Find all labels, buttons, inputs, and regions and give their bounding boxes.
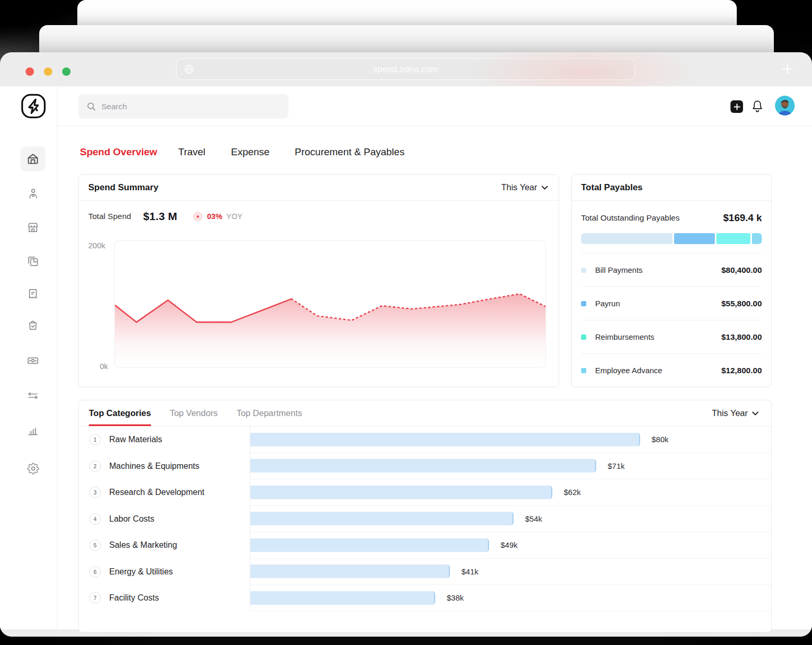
browser-chrome: spend.zoho.com (0, 52, 812, 86)
spend-period-dropdown[interactable]: This Year (501, 182, 548, 192)
bell-icon (751, 99, 764, 113)
bag-check-icon (26, 318, 40, 332)
sidebar-item-home[interactable] (20, 146, 45, 171)
notifications-button[interactable] (751, 99, 764, 116)
money-icon (26, 354, 40, 367)
payables-bar-segment[interactable] (752, 233, 762, 244)
legend-label: Payrun (595, 299, 721, 308)
minimize-window-button[interactable] (44, 67, 52, 76)
sliders-icon (26, 389, 40, 402)
spend-summary-header: Spend Summary This Year (79, 175, 559, 201)
rank-badge: 4 (89, 513, 101, 525)
address-bar[interactable]: spend.zoho.com (176, 59, 635, 80)
app-logo[interactable] (19, 92, 48, 120)
rank-badge: 5 (89, 539, 101, 551)
yoy-up-arrow-icon: ▲ (193, 212, 203, 222)
chevron-down-icon (752, 411, 759, 416)
user-icon (26, 187, 40, 200)
close-window-button[interactable] (26, 67, 34, 76)
category-row[interactable]: 7Facility Costs$38k (79, 585, 771, 612)
tab-top-categories[interactable]: Top Categories (89, 400, 151, 426)
tab-expense[interactable]: Expense (231, 146, 270, 158)
card-title: Spend Summary (88, 182, 158, 193)
new-tab-button[interactable] (781, 62, 794, 76)
payables-legend-row: Reimbursements$13,800.00 (581, 320, 762, 353)
tab-top-vendors[interactable]: Top Vendors (170, 400, 218, 426)
user-avatar[interactable] (775, 96, 795, 116)
category-tabs: Top Categories Top Vendors Top Departmen… (89, 400, 302, 426)
total-spend-label: Total Spend (88, 212, 131, 221)
tab-spend-overview[interactable]: Spend Overview (80, 146, 157, 158)
sidebar-item-cards[interactable] (20, 249, 45, 274)
category-row[interactable]: 1Raw Materials$80k (79, 427, 771, 453)
categories-period-dropdown[interactable]: This Year (712, 408, 759, 418)
category-row[interactable]: 4Labor Costs$54k (79, 506, 771, 533)
category-bar[interactable] (250, 538, 489, 552)
payables-bar-segment[interactable] (716, 233, 750, 244)
card-title: Total Payables (581, 182, 643, 193)
search-input[interactable] (78, 94, 288, 119)
legend-label: Reimbursements (595, 332, 721, 341)
sidebar (0, 86, 57, 629)
tab-top-departments[interactable]: Top Departments (237, 400, 303, 426)
category-cell: 4Labor Costs (79, 506, 250, 533)
category-row[interactable]: 5Sales & Marketing$49k (79, 532, 771, 559)
sidebar-item-settings[interactable] (20, 456, 45, 481)
yoy-percentage: 03% (207, 212, 222, 221)
sidebar-item-transfers[interactable] (20, 383, 45, 408)
bar-value-label: $62k (564, 488, 581, 497)
category-cell: 5Sales & Marketing (79, 532, 250, 559)
outstanding-value: $169.4 k (723, 212, 762, 224)
bar-value-label: $49k (501, 540, 518, 549)
bar-value-label: $38k (447, 593, 464, 602)
category-bar[interactable] (250, 565, 450, 578)
payables-bar-segment[interactable] (674, 233, 714, 244)
zoom-window-button[interactable] (62, 67, 71, 76)
bar-value-label: $80k (652, 435, 669, 444)
period-value: This Year (712, 408, 748, 418)
category-row[interactable]: 2Machines & Equipments$71k (79, 453, 771, 480)
category-bar[interactable] (250, 591, 435, 605)
category-cell: 2Machines & Equipments (79, 453, 250, 480)
category-label: Energy & Utilities (109, 567, 173, 577)
avatar-image (775, 96, 795, 116)
category-row[interactable]: 6Energy & Utilities$41k (79, 559, 771, 585)
category-cell: 1Raw Materials (79, 427, 250, 453)
category-bar[interactable] (250, 459, 596, 473)
category-bar-cell: $71k (250, 453, 771, 480)
sidebar-item-receipts[interactable] (20, 281, 45, 306)
plus-icon (734, 103, 740, 110)
category-bar[interactable] (250, 433, 640, 446)
sidebar-item-users[interactable] (20, 181, 45, 206)
sidebar-item-purchases[interactable] (20, 313, 45, 338)
category-bar-cell: $62k (250, 479, 771, 506)
category-cell: 6Energy & Utilities (79, 559, 250, 585)
sidebar-item-store[interactable] (20, 215, 45, 240)
period-value: This Year (501, 182, 537, 192)
tab-travel[interactable]: Travel (178, 146, 205, 158)
legend-swatch (581, 368, 586, 373)
spend-trend-chart (114, 240, 546, 367)
yoy-label: YOY (226, 212, 242, 221)
category-bar-list: 1Raw Materials$80k2Machines & Equipments… (79, 427, 771, 632)
category-bar[interactable] (250, 512, 514, 525)
payables-bar-segment[interactable] (581, 233, 672, 244)
category-label: Facility Costs (109, 593, 159, 603)
sidebar-item-payments[interactable] (20, 348, 45, 373)
rank-badge: 3 (89, 487, 101, 498)
tab-procurement-payables[interactable]: Procurement & Payables (295, 146, 404, 158)
payables-legend-row: Bill Payments$80,400.00 (581, 253, 762, 286)
quick-add-button[interactable] (730, 100, 743, 113)
category-row[interactable]: 3Research & Development$62k (79, 479, 771, 506)
plus-icon (781, 63, 794, 75)
total-payables-card: Total Payables Total Outstanding Payable… (571, 174, 772, 387)
category-bar[interactable] (250, 486, 552, 499)
browser-window: spend.zoho.com (0, 52, 812, 637)
category-cell: 3Research & Development (79, 479, 250, 506)
outstanding-payables-row: Total Outstanding Payables $169.4 k (581, 212, 762, 224)
category-bar-cell: $49k (250, 532, 771, 559)
app-canvas: Spend Overview Travel Expense Procuremen… (0, 86, 812, 629)
sidebar-item-reports[interactable] (20, 418, 45, 443)
category-bar-cell: $41k (250, 559, 771, 585)
spend-summary-card: Spend Summary This Year Total Spend $1.3… (78, 174, 559, 387)
